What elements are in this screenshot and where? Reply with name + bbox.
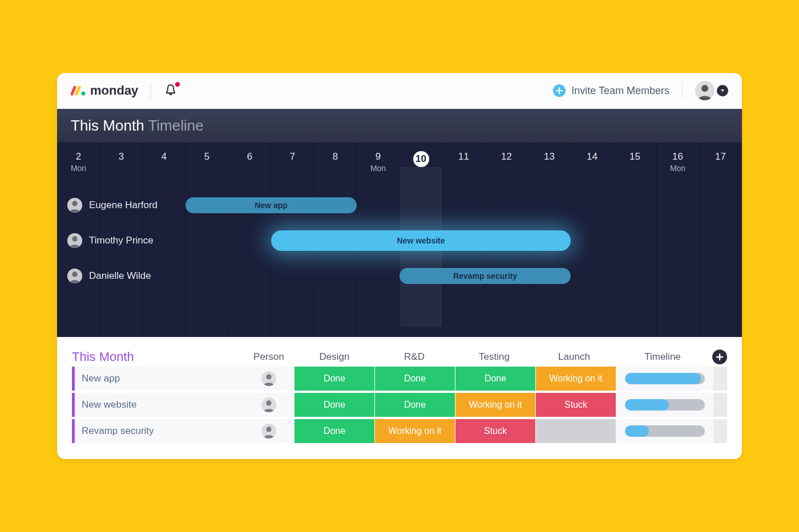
date-number: 4 bbox=[162, 151, 167, 162]
chevron-down-icon bbox=[717, 85, 728, 96]
invite-team-button[interactable]: Invite Team Members bbox=[553, 84, 669, 97]
date-cell[interactable]: 14 bbox=[571, 143, 614, 173]
date-cell[interactable]: 12 bbox=[485, 143, 528, 173]
timeline-panel: This Month Timeline 2Mon3456789Mon101112… bbox=[57, 109, 742, 337]
date-cell[interactable]: 17 bbox=[699, 143, 742, 173]
board-title[interactable]: This Month bbox=[72, 350, 243, 364]
add-column-button[interactable] bbox=[712, 350, 727, 364]
status-cell[interactable]: Done bbox=[294, 419, 374, 443]
status-cell[interactable]: Done bbox=[294, 367, 374, 391]
table-row: Revamp securityDoneWorking on itStuck bbox=[72, 419, 727, 443]
timeline-cell[interactable] bbox=[616, 393, 713, 417]
svg-point-0 bbox=[82, 92, 86, 96]
date-cell[interactable]: 9Mon bbox=[357, 143, 400, 173]
date-number: 15 bbox=[629, 151, 640, 162]
date-cell[interactable]: 16Mon bbox=[656, 143, 699, 173]
timeline-bar[interactable]: New website bbox=[271, 230, 571, 251]
date-dayname: Mon bbox=[656, 164, 699, 173]
avatar bbox=[67, 269, 82, 283]
person-name: Danielle Wilde bbox=[89, 270, 151, 282]
column-header-launch[interactable]: Launch bbox=[534, 351, 614, 363]
date-number: 6 bbox=[247, 151, 252, 162]
titlebar: monday Invite Team Members bbox=[57, 73, 742, 109]
notifications-bell[interactable] bbox=[164, 83, 179, 98]
timeline-cell[interactable] bbox=[616, 367, 713, 391]
person-cell[interactable] bbox=[243, 419, 294, 443]
column-header-person[interactable]: Person bbox=[243, 351, 294, 363]
board-header: This Month Person Design R&D Testing Lau… bbox=[72, 350, 727, 364]
item-name[interactable]: Revamp security bbox=[72, 419, 243, 443]
person-cell[interactable] bbox=[243, 393, 294, 417]
row-end bbox=[713, 393, 727, 417]
status-cell[interactable]: Working on it bbox=[455, 393, 535, 417]
person-name: Timothy Prince bbox=[89, 235, 154, 246]
status-cell[interactable]: Working on it bbox=[536, 367, 616, 391]
column-header-timeline[interactable]: Timeline bbox=[614, 351, 711, 363]
row-end bbox=[713, 419, 727, 443]
timeline-bar[interactable]: New app bbox=[185, 197, 357, 213]
column-header-testing[interactable]: Testing bbox=[454, 351, 534, 363]
divider bbox=[682, 83, 683, 99]
plus-circle-icon bbox=[553, 84, 566, 97]
status-cell[interactable]: Done bbox=[375, 367, 455, 391]
progress-bar bbox=[625, 425, 705, 437]
svg-point-8 bbox=[72, 271, 77, 277]
date-number: 14 bbox=[587, 151, 598, 162]
status-cell[interactable]: Stuck bbox=[455, 419, 535, 443]
date-number: 8 bbox=[333, 151, 338, 162]
timeline-grid[interactable]: 2Mon3456789Mon10111213141516Mon17 Eugene… bbox=[57, 143, 742, 337]
logo-mark-icon bbox=[71, 85, 87, 96]
date-number: 16 bbox=[672, 151, 683, 162]
date-number: 12 bbox=[501, 151, 512, 162]
date-cell[interactable]: 10 bbox=[400, 143, 442, 173]
date-cell[interactable]: 15 bbox=[614, 143, 656, 173]
date-cell[interactable]: 5 bbox=[185, 143, 228, 173]
status-cell[interactable] bbox=[536, 419, 616, 443]
timeline-person[interactable]: Eugene Harford bbox=[57, 198, 200, 213]
timeline-title-sub: Timeline bbox=[148, 117, 203, 134]
svg-point-4 bbox=[72, 201, 77, 206]
column-header-design[interactable]: Design bbox=[294, 351, 374, 363]
date-cell[interactable]: 3 bbox=[100, 143, 143, 173]
status-cell[interactable]: Done bbox=[455, 367, 535, 391]
timeline-bar[interactable]: Revamp security bbox=[400, 268, 571, 284]
date-cell[interactable]: 4 bbox=[143, 143, 185, 173]
date-cell[interactable]: 8 bbox=[314, 143, 357, 173]
user-menu[interactable] bbox=[695, 81, 728, 100]
person-name: Eugene Harford bbox=[89, 200, 158, 211]
board-panel: This Month Person Design R&D Testing Lau… bbox=[57, 337, 742, 459]
status-cell[interactable]: Stuck bbox=[536, 393, 616, 417]
timeline-row: Danielle WildeRevamp security bbox=[57, 258, 742, 294]
status-cell[interactable]: Working on it bbox=[375, 419, 455, 443]
date-cell[interactable]: 2Mon bbox=[57, 143, 100, 173]
status-cell[interactable]: Done bbox=[375, 393, 455, 417]
date-header: 2Mon3456789Mon10111213141516Mon17 bbox=[57, 143, 742, 173]
progress-bar bbox=[625, 399, 705, 411]
date-cell[interactable]: 13 bbox=[528, 143, 571, 173]
person-cell[interactable] bbox=[243, 367, 294, 391]
date-cell[interactable]: 11 bbox=[442, 143, 485, 173]
avatar bbox=[67, 233, 82, 248]
date-cell[interactable]: 7 bbox=[271, 143, 314, 173]
item-name[interactable]: New website bbox=[72, 393, 243, 417]
invite-label: Invite Team Members bbox=[571, 85, 669, 97]
timeline-person[interactable]: Timothy Prince bbox=[57, 233, 200, 248]
timeline-title-main: This Month bbox=[71, 117, 144, 134]
timeline-row: Timothy PrinceNew website bbox=[57, 223, 742, 258]
avatar bbox=[261, 397, 276, 412]
app-window: monday Invite Team Members This Month bbox=[57, 73, 742, 459]
date-number: 11 bbox=[458, 151, 469, 162]
date-cell[interactable]: 6 bbox=[228, 143, 271, 173]
avatar bbox=[67, 198, 82, 213]
timeline-title: This Month Timeline bbox=[57, 109, 742, 143]
date-number: 5 bbox=[204, 151, 209, 162]
column-header-rnd[interactable]: R&D bbox=[374, 351, 454, 363]
svg-point-10 bbox=[266, 374, 271, 379]
item-name[interactable]: New app bbox=[72, 367, 243, 391]
timeline-person[interactable]: Danielle Wilde bbox=[57, 269, 200, 283]
app-logo[interactable]: monday bbox=[71, 83, 138, 98]
timeline-cell[interactable] bbox=[616, 419, 713, 443]
status-cell[interactable]: Done bbox=[294, 393, 374, 417]
svg-point-12 bbox=[266, 400, 271, 405]
date-number: 9 bbox=[376, 151, 381, 162]
